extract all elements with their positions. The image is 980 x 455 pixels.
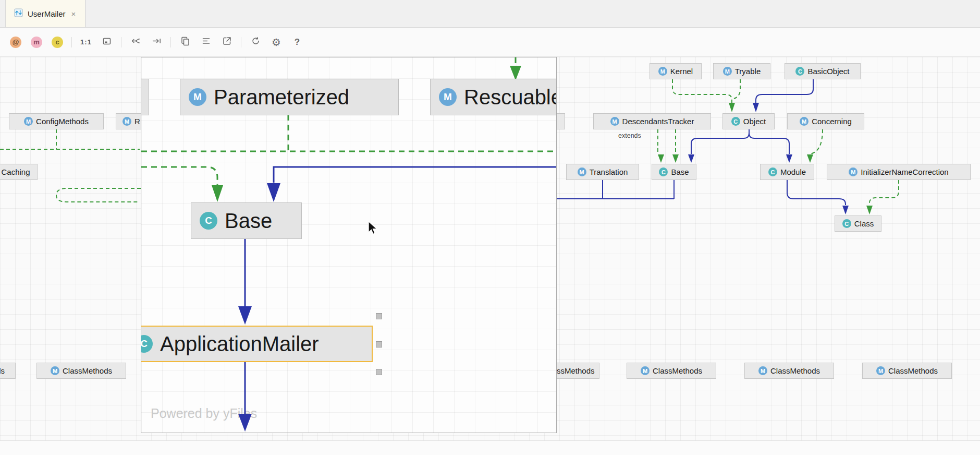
diagram-node[interactable]: MClassMethods [862, 363, 952, 379]
export-icon [222, 36, 232, 48]
diagram-node[interactable]: MTryable [713, 63, 770, 79]
node-label: Rescuable [464, 86, 557, 109]
class-icon: C [842, 219, 851, 228]
module-icon: M [610, 117, 619, 126]
node-label: Class [854, 219, 874, 228]
show-dependencies-button[interactable] [146, 34, 167, 50]
toolbar-separator [170, 37, 171, 47]
actual-size-button[interactable]: 1:1 [76, 34, 96, 50]
module-icon: M [24, 117, 33, 126]
tab-close-icon[interactable]: × [70, 9, 77, 18]
toggle-methods-button[interactable]: m [26, 34, 47, 50]
diagram-node-rescuable[interactable]: M Rescuable [430, 79, 557, 115]
diagram-node[interactable]: CBasicObject [785, 63, 861, 79]
module-icon: M [723, 67, 732, 76]
diagram-node[interactable]: MConcerning [787, 113, 864, 129]
node-label: ClassMethods [653, 366, 702, 375]
merge-left-arrow-icon [131, 36, 141, 48]
tab-title: UserMailer [28, 9, 66, 18]
diagram-canvas[interactable]: MConfigMethodsMRCachingMKernelMTryableCB… [0, 56, 980, 455]
node-label: ApplicationMailer [160, 332, 319, 356]
module-icon: M [51, 366, 59, 375]
module-icon: M [758, 366, 767, 375]
m-badge-icon: m [31, 37, 42, 48]
settings-button[interactable]: ⚙ [266, 34, 287, 50]
node-label: Parameterized [214, 86, 349, 109]
diagram-node[interactable]: MTranslation [566, 164, 639, 180]
node-label: ClassMethods [63, 366, 112, 375]
node-label: InitializerNameCorrection [861, 167, 948, 176]
clipped-node-fragment [141, 79, 149, 115]
selection-handle[interactable] [376, 341, 382, 348]
node-label: ConfigMethods [36, 117, 89, 126]
diagram-node[interactable]: MClassMethods [36, 363, 126, 379]
editor-tab-bar: UserMailer × [0, 0, 980, 28]
node-label: ClassMethods [888, 366, 938, 375]
node-label: Concerning [812, 117, 852, 126]
layout-list-button[interactable] [195, 34, 216, 50]
module-icon: M [439, 88, 457, 106]
arrow-right-icon [152, 36, 162, 48]
module-icon: M [849, 167, 858, 176]
zoom-preview-panel[interactable]: Powered by yFiles [141, 57, 557, 433]
mouse-cursor-icon [367, 221, 378, 238]
diagram-node[interactable]: MInitializerNameCorrection [827, 164, 971, 180]
fit-content-icon [102, 37, 112, 48]
actual-size-icon: 1:1 [80, 38, 92, 46]
class-icon: C [141, 335, 153, 353]
diagram-node[interactable]: CObject [722, 113, 775, 129]
class-icon: C [731, 117, 740, 126]
c-badge-icon: c [52, 37, 63, 48]
edge-label-extends: extends [618, 132, 641, 139]
diagram-toolbar: @ m c 1:1 [0, 28, 980, 56]
tab-usermailer[interactable]: UserMailer × [5, 0, 85, 27]
at-badge-icon: @ [10, 37, 21, 48]
diagram-node[interactable]: Caching [0, 164, 38, 180]
module-icon: M [800, 117, 808, 126]
class-icon: C [795, 67, 804, 76]
node-label: Object [743, 117, 766, 126]
node-label: Translation [590, 167, 628, 176]
diagram-node-base[interactable]: C Base [191, 202, 302, 239]
refresh-icon [251, 36, 261, 48]
selection-handle[interactable] [376, 369, 382, 375]
diagram-node[interactable]: MDescendantsTracker [593, 113, 711, 129]
ide-window: UserMailer × @ m c 1:1 [0, 0, 980, 455]
toggle-annotations-button[interactable]: @ [5, 34, 26, 50]
module-icon: M [876, 366, 885, 375]
diagram-node[interactable]: MClassMethods [627, 363, 716, 379]
show-parents-button[interactable] [125, 34, 146, 50]
selection-handle[interactable] [376, 313, 382, 319]
diagram-node[interactable]: CBase [652, 164, 696, 180]
copy-icon [180, 36, 190, 48]
diagram-node[interactable]: CModule [760, 164, 814, 180]
refresh-button[interactable] [245, 34, 266, 50]
node-label: DescendantsTracker [622, 117, 694, 126]
module-icon: M [578, 167, 586, 176]
help-button[interactable]: ? [287, 34, 308, 50]
diagram-node[interactable]: CClass [835, 215, 881, 232]
node-label: Kernel [670, 67, 693, 76]
module-icon: M [658, 67, 667, 76]
toggle-constants-button[interactable]: c [47, 34, 68, 50]
class-icon: C [659, 167, 668, 176]
gear-icon: ⚙ [272, 37, 281, 47]
node-label: Base [225, 209, 272, 233]
export-diagram-button[interactable] [216, 34, 237, 50]
node-label: ClassMethods [770, 366, 820, 375]
diagram-node[interactable]: MClassMethods [744, 363, 834, 379]
fit-content-button[interactable] [96, 34, 117, 50]
node-label: Caching [1, 167, 30, 176]
node-label: Tryable [735, 67, 761, 76]
copy-diagram-button[interactable] [175, 34, 195, 50]
diagram-node-parameterized[interactable]: M Parameterized [180, 79, 399, 115]
node-label: BasicObject [807, 67, 849, 76]
diagram-node[interactable]: MClassMethods [0, 363, 16, 379]
toolbar-separator [241, 37, 241, 47]
diagram-node-applicationmailer[interactable]: C ApplicationMailer [141, 326, 373, 362]
diagram-node[interactable]: MKernel [650, 63, 702, 79]
help-icon: ? [295, 37, 300, 47]
module-icon: M [641, 366, 650, 375]
diagram-node[interactable]: MConfigMethods [9, 113, 104, 129]
list-lines-icon [201, 36, 211, 48]
